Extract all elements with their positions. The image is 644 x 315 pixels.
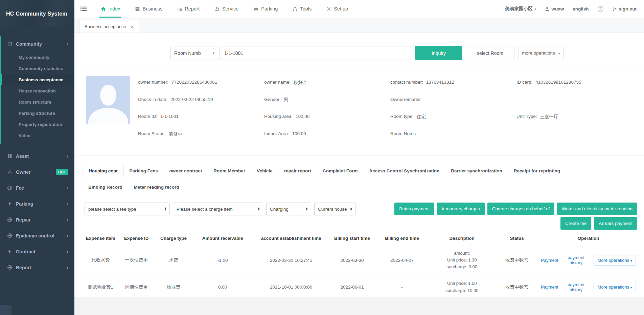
col-account-time: account establishment time: [252, 233, 330, 245]
sidebar-item-epidemic-control[interactable]: Epidemic control ›: [0, 228, 74, 244]
tab-owner-contract[interactable]: owner contract: [164, 164, 208, 177]
payment-history-link[interactable]: payment history: [565, 255, 588, 265]
cell-amount: -1.00: [193, 245, 252, 275]
select-room-button[interactable]: select Room: [466, 46, 514, 60]
laptop-icon: [7, 41, 13, 47]
room-number-input[interactable]: [220, 46, 411, 60]
caret-down-icon: ▾: [213, 51, 214, 55]
cell-charge-type: 物业费: [154, 275, 193, 297]
charging-select[interactable]: Charging ▴▾: [266, 203, 311, 215]
field-value: 410326198101286755: [535, 80, 581, 85]
row-more-operations-button[interactable]: More operations ▾: [594, 255, 636, 266]
room-search-bar: Room Numb ▾ Inquiry select Room more ope…: [74, 33, 644, 65]
charge-on-behalf-button[interactable]: Charge charges on behalf of: [487, 203, 554, 215]
sidebar-item-label: Asset: [16, 153, 29, 159]
tab-parking[interactable]: Parking: [253, 0, 278, 18]
charging-value: Charging: [270, 207, 289, 212]
tab-meter-reading-record[interactable]: Meter reading record: [128, 181, 185, 194]
tab-access-control-sync[interactable]: Access Control Synchronization: [363, 164, 445, 177]
tab-tools[interactable]: Tools: [293, 0, 312, 18]
col-description: Description: [430, 233, 494, 245]
select-spinner-icon: ▴▾: [350, 207, 352, 211]
sidebar-item-community[interactable]: Community ›: [1, 36, 74, 52]
payment-history-link[interactable]: payment history: [565, 282, 588, 292]
tab-report[interactable]: Report: [177, 0, 200, 18]
content-panel: Room Numb ▾ Inquiry select Room more ope…: [74, 33, 644, 297]
sidebar-item-house-renovation[interactable]: House renovation: [1, 85, 74, 97]
more-operations-button[interactable]: more operations ▾: [519, 46, 564, 60]
col-operation: Operation: [539, 233, 637, 245]
tab-vehicle[interactable]: Vehicle: [251, 164, 278, 177]
tab-index[interactable]: Index: [101, 0, 120, 18]
chevron-right-icon: ›: [67, 249, 68, 254]
tab-room-member[interactable]: Room Member: [208, 164, 251, 177]
user-menu[interactable]: wuxw: [545, 6, 564, 12]
sidebar-item-property-registration[interactable]: Property registration: [1, 119, 74, 130]
sidebar-item-room-structure[interactable]: Room structure: [1, 97, 74, 108]
sidebar-item-parking-structure[interactable]: Parking structure: [1, 108, 74, 119]
sidebar-item-label: Repair: [16, 217, 31, 223]
sidebar-item-report[interactable]: Report ›: [0, 259, 74, 275]
cell-expense-item: 代收水费: [83, 245, 119, 275]
sidebar-group-community: Community › My community Community stati…: [0, 36, 74, 144]
sidebar-item-contract[interactable]: Contract ›: [0, 244, 74, 259]
field-value: 772022032285430061: [171, 80, 217, 85]
cell-billing-end: 2022-04-27: [374, 245, 430, 275]
tab-complaint-form[interactable]: Complaint Form: [317, 164, 364, 177]
payment-link[interactable]: Payment: [541, 285, 558, 290]
app-title: HC Community System: [6, 11, 74, 17]
cell-operation: Payment payment history More operations …: [539, 275, 637, 297]
sidebar-item-owner[interactable]: Owner HOT: [0, 164, 74, 180]
tab-service[interactable]: Service: [214, 0, 238, 18]
sidebar-item-fee[interactable]: Fee ›: [0, 180, 74, 196]
community-selector[interactable]: 美满家园小区 ▾: [505, 6, 536, 12]
tab-receipt-reprinting[interactable]: Receipt for reprinting: [508, 164, 566, 177]
caret-down-icon: ▾: [534, 7, 536, 11]
batch-payment-button[interactable]: Batch payment: [394, 203, 434, 215]
field-label: Room ID:: [138, 114, 157, 119]
sidebar-item-label: Report: [16, 265, 31, 270]
sidebar-item-video[interactable]: Video: [1, 130, 74, 141]
row-more-operations-button[interactable]: More operations ▾: [594, 282, 636, 292]
page-tab-business-acceptance[interactable]: Business acceptance ×: [79, 20, 139, 33]
tab-binding-record[interactable]: Binding Record: [83, 181, 128, 194]
tab-repair-report[interactable]: repair report: [278, 164, 317, 177]
sidebar-item-my-community[interactable]: My community: [1, 52, 74, 63]
close-icon[interactable]: ×: [131, 24, 134, 29]
arrears-payment-button[interactable]: Arrears payment: [594, 217, 637, 230]
cell-amount: 0.00: [193, 275, 252, 297]
fee-action-buttons: Batch payment temporary charges Charge c…: [394, 203, 637, 230]
payment-link[interactable]: Payment: [541, 258, 558, 263]
meter-reading-button[interactable]: Water and electricity meter reading: [557, 203, 637, 215]
sidebar-item-parking[interactable]: Parking ›: [0, 196, 74, 212]
sidebar-collapse-button[interactable]: [0, 305, 12, 315]
caret-down-icon: ▾: [630, 259, 632, 262]
house-value: Current house: [318, 207, 347, 212]
sidebar-item-community-statistics[interactable]: Community statistics: [1, 63, 74, 74]
charge-item-select[interactable]: Please select a charge item ▴▾: [173, 203, 263, 215]
search-type-select[interactable]: Room Numb ▾: [170, 46, 218, 60]
create-fee-button[interactable]: Create fee: [560, 217, 591, 230]
row-more-operations-label: More operations: [597, 285, 629, 290]
tab-parking-fees[interactable]: Parking Fees: [124, 164, 164, 177]
sidebar-item-asset[interactable]: Asset ›: [0, 148, 74, 164]
menu-list-icon[interactable]: [80, 0, 87, 18]
fee-type-select[interactable]: please select a fee type ▴▾: [85, 203, 170, 215]
sidebar-item-business-acceptance[interactable]: Business acceptance: [1, 74, 74, 85]
language-switch[interactable]: english: [573, 6, 589, 12]
sidebar-item-repair[interactable]: Repair ›: [0, 212, 74, 228]
tab-set-up[interactable]: Set up: [326, 0, 348, 18]
fee-table: Expense item Expense ID Charge type Amou…: [83, 233, 637, 297]
tab-barrier-sync[interactable]: Barrier synchronization: [445, 164, 508, 177]
house-select[interactable]: Current house ▴▾: [314, 203, 355, 215]
temporary-charges-button[interactable]: temporary charges: [437, 203, 485, 215]
sitemap-icon: [293, 6, 298, 12]
field-label: Check-in date:: [138, 97, 167, 102]
inquiry-button[interactable]: Inquiry: [415, 46, 462, 60]
sign-out-button[interactable]: sign out: [612, 6, 637, 12]
help-icon[interactable]: ?: [598, 6, 603, 12]
tab-housing-cost[interactable]: Housing cost: [83, 164, 124, 177]
tab-business[interactable]: Business: [135, 0, 162, 18]
select-spinner-icon: ▴▾: [165, 207, 166, 211]
cell-description: amount: Unit price: 1.30 surcharge: 0.00: [430, 245, 494, 275]
